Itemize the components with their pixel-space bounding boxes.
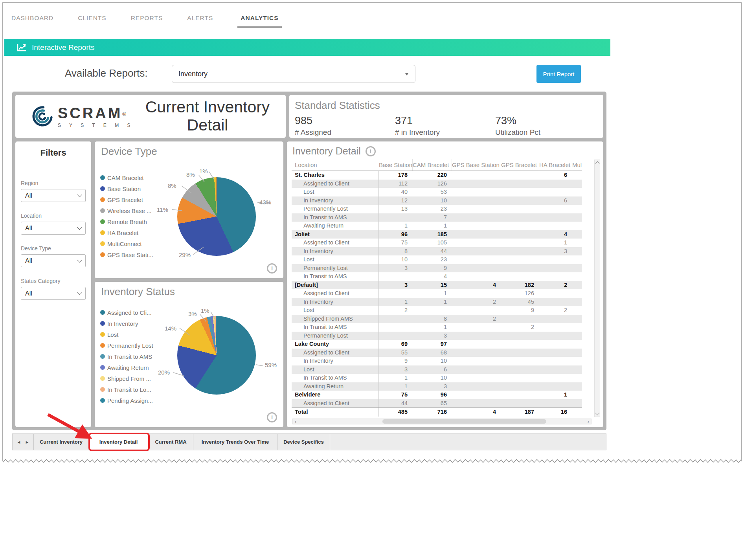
filter-select[interactable]: All — [21, 189, 86, 202]
filter-group: Status Category All — [21, 278, 86, 300]
filter-select[interactable]: All — [21, 287, 86, 300]
cell-gps-base-station — [452, 230, 501, 239]
cell-gps-bracelet — [501, 315, 539, 323]
legend-label: Lost — [107, 331, 118, 338]
inventory-detail-title: Inventory Detail — [292, 145, 361, 157]
cell-base-station: 2 — [379, 306, 412, 315]
report-sheet-tab[interactable]: Inventory Detail — [89, 434, 149, 450]
report-sheet-tab[interactable]: Device Specifics — [277, 434, 330, 450]
cell-gps-base-station — [452, 357, 501, 365]
row-label: Total — [292, 408, 379, 417]
table-row: Lost 40 53 — [292, 188, 582, 196]
pie-callout: 8% — [168, 182, 176, 189]
cell-base-station: 55 — [379, 349, 412, 357]
scroll-left-icon[interactable]: ‹ — [293, 419, 298, 424]
scrollbar-thumb[interactable] — [382, 419, 546, 424]
legend-swatch — [100, 241, 105, 246]
cell-base-station: 8 — [379, 247, 412, 256]
vertical-scrollbar[interactable] — [594, 160, 600, 417]
legend-label: Awaiting Return — [107, 364, 149, 371]
info-icon[interactable] — [267, 263, 277, 274]
cell-gps-bracelet: 2 — [501, 323, 539, 332]
column-header[interactable]: GPS Base Station — [452, 159, 501, 171]
scram-logo: SCRAM® S Y S T E M S — [19, 105, 137, 128]
cell-gps-bracelet — [501, 357, 539, 365]
top-nav: DASHBOARD CLIENTS REPORTS ALERTS ANALYTI… — [3, 3, 741, 37]
info-icon[interactable] — [267, 412, 277, 422]
cell-base-station: 1 — [379, 382, 412, 391]
cell-base-station: 3 — [379, 281, 412, 290]
cell-gps-base-station — [452, 349, 501, 357]
legend-item: GPS Bracelet — [100, 194, 171, 205]
column-header[interactable]: Mul — [572, 159, 582, 171]
scroll-right-icon[interactable]: › — [586, 419, 591, 424]
filter-label: Device Type — [21, 245, 86, 252]
cell-ha-bracelet: 16 — [539, 408, 572, 417]
report-sheet-tab[interactable]: Current RMA — [149, 434, 193, 450]
cell-gps-bracelet — [501, 264, 539, 273]
cell-cam-bracelet: 23 — [412, 255, 452, 264]
cell-gps-bracelet — [501, 188, 539, 196]
horizontal-scrollbar[interactable]: ‹ › — [292, 419, 592, 424]
cell-gps-bracelet — [501, 374, 539, 382]
available-reports-select[interactable]: Inventory — [172, 65, 415, 83]
filters-panel: Filters Region All Location — [15, 141, 91, 427]
cell-cam-bracelet: 1 — [412, 298, 452, 307]
table-row: Total 485 716 4 187 16 — [292, 408, 582, 417]
cell-gps-bracelet — [501, 272, 539, 281]
cell-gps-base-station — [452, 180, 501, 188]
filter-select[interactable]: All — [21, 254, 86, 267]
cell-base-station: 13 — [379, 205, 412, 213]
cell-base-station: 3 — [379, 365, 412, 374]
filter-group: Region All — [21, 180, 86, 202]
inventory-status-pie[interactable] — [177, 316, 256, 395]
print-report-button[interactable]: Print Report — [536, 65, 581, 83]
legend-swatch — [100, 354, 105, 359]
cell-ha-bracelet — [539, 332, 572, 340]
stat-item: 371 # in Inventory — [395, 115, 495, 137]
stat-item: 73% Utilization Pct — [495, 115, 595, 137]
legend-item: In Transit to Lo... — [100, 384, 171, 395]
legend-label: Base Station — [107, 185, 141, 192]
nav-tab[interactable]: DASHBOARD — [11, 15, 53, 26]
nav-tab[interactable]: CLIENTS — [78, 15, 106, 26]
scroll-down-icon[interactable] — [595, 411, 599, 415]
table-row: Awaiting Return 1 1 — [292, 222, 582, 230]
report-sheet-tab[interactable]: Current Inventory — [34, 434, 89, 450]
column-header[interactable]: HA Bracelet — [539, 159, 572, 171]
column-header[interactable]: Base Station — [379, 159, 412, 171]
scroll-up-icon[interactable] — [595, 161, 599, 165]
cell-ha-bracelet — [539, 222, 572, 230]
legend-swatch — [100, 219, 105, 224]
column-header[interactable]: CAM Bracelet — [412, 159, 452, 171]
report-sheet-tab[interactable]: Inventory Trends Over Time — [193, 434, 277, 450]
nav-tab[interactable]: ANALYTICS — [237, 15, 281, 28]
column-header[interactable]: Location — [292, 159, 379, 171]
filter-select[interactable]: All — [21, 222, 86, 235]
brand-subtitle: S Y S T E M S — [58, 123, 134, 128]
stat-item: 985 # Assigned — [295, 115, 395, 137]
brand-name: SCRAM — [58, 105, 122, 121]
report-title-panel: SCRAM® S Y S T E M S Current Inventory D… — [15, 95, 286, 138]
device-type-pie[interactable] — [177, 177, 256, 256]
legend-label: Shipped From ... — [107, 375, 151, 382]
table-row: Assigned to Client 1 126 — [292, 289, 582, 298]
report-body: Filters Region All Location — [15, 141, 603, 427]
tab-scroll-left-icon[interactable]: ◄ — [17, 440, 21, 444]
stat-value: 985 — [295, 115, 395, 127]
tab-scroll-right-icon[interactable]: ► — [25, 440, 29, 444]
row-label: In Inventory — [292, 196, 379, 205]
row-label: In Inventory — [292, 247, 379, 256]
table-row: In Inventory 1 1 2 45 — [292, 298, 582, 307]
legend-label: Wireless Base ... — [107, 207, 152, 214]
app-window: DASHBOARD CLIENTS REPORTS ALERTS ANALYTI… — [2, 2, 742, 461]
inventory-status-title: Inventory Status — [101, 286, 175, 298]
info-icon[interactable] — [366, 146, 376, 156]
nav-tab[interactable]: REPORTS — [131, 15, 163, 26]
device-type-chart-panel: Device Type CAM Bracelet Base Station — [95, 141, 283, 278]
legend-item: In Transit to AMS — [100, 351, 171, 362]
column-header[interactable]: GPS Bracelet — [501, 159, 539, 171]
row-label: In Transit to AMS — [292, 374, 379, 382]
table-row: Awaiting Return 1 3 — [292, 382, 582, 391]
nav-tab[interactable]: ALERTS — [187, 15, 213, 26]
